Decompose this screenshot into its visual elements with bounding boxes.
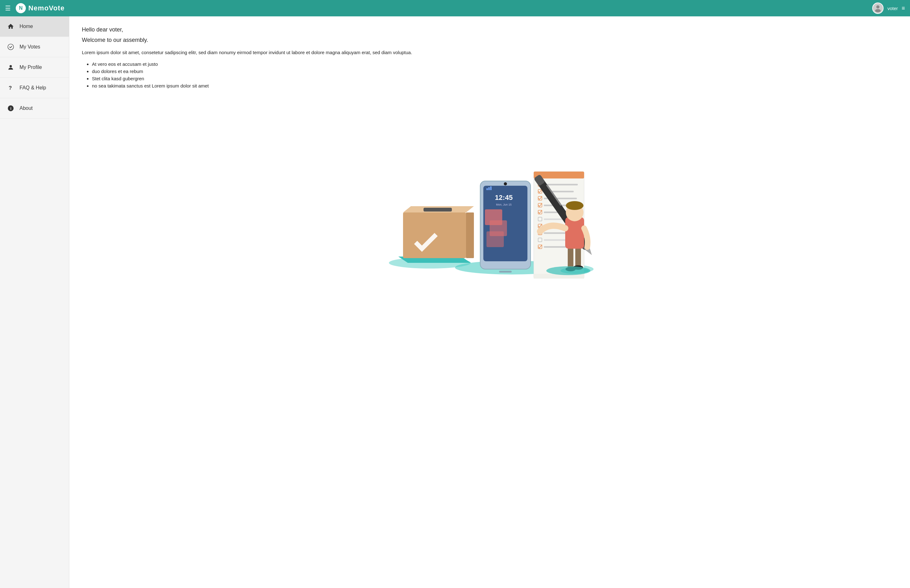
svg-rect-21 [487, 188, 488, 190]
svg-point-64 [566, 201, 583, 210]
lorem-text: Lorem ipsum dolor sit amet, consetetur s… [82, 49, 897, 57]
list-item: Stet clita kasd gubergren [92, 76, 897, 81]
sidebar-item-about[interactable]: i About [0, 98, 69, 119]
sidebar-label-my-votes: My Votes [19, 44, 40, 50]
logo-n-badge: N [16, 3, 26, 13]
main-illustration: 12:45 Mon, Jun 15 [380, 96, 600, 279]
avatar [872, 3, 884, 14]
svg-point-0 [876, 5, 879, 8]
logo-text: NemoVote [28, 4, 65, 12]
person-icon [7, 64, 15, 71]
top-navigation: ☰ N NemoVote voter ≡ [0, 0, 910, 16]
svg-text:?: ? [9, 85, 12, 90]
bullet-list: At vero eos et accusam et justo duo dolo… [82, 61, 897, 89]
hamburger-icon[interactable]: ☰ [5, 5, 11, 12]
sidebar-label-home: Home [19, 24, 33, 29]
sidebar: Home My Votes My Profile [0, 16, 69, 588]
svg-text:i: i [10, 107, 11, 111]
list-item: no sea takimata sanctus est Lorem ipsum … [92, 83, 897, 89]
sidebar-item-home[interactable]: Home [0, 16, 69, 37]
topnav-right: voter ≡ [872, 3, 905, 14]
question-icon: ? [7, 84, 15, 92]
ballot-icon [7, 43, 15, 51]
welcome-text: Welcome to our assembly. [82, 37, 897, 44]
sidebar-label-about: About [19, 105, 33, 111]
svg-point-18 [504, 182, 507, 186]
svg-text:Mon, Jun 15: Mon, Jun 15 [496, 203, 512, 206]
sidebar-item-faq-help[interactable]: ? FAQ & Help [0, 78, 69, 98]
svg-point-65 [546, 266, 590, 275]
layout: Home My Votes My Profile [0, 16, 910, 588]
svg-rect-26 [487, 231, 504, 247]
svg-rect-31 [544, 184, 578, 186]
svg-rect-22 [488, 187, 490, 190]
home-icon [7, 23, 15, 30]
svg-rect-58 [568, 247, 574, 269]
svg-point-3 [10, 65, 12, 67]
svg-rect-27 [499, 271, 512, 273]
svg-text:12:45: 12:45 [495, 194, 512, 202]
sidebar-label-faq-help: FAQ & Help [19, 85, 46, 90]
svg-rect-13 [423, 208, 452, 212]
sidebar-label-my-profile: My Profile [19, 65, 42, 70]
topnav-left: ☰ N NemoVote [5, 3, 65, 13]
topnav-menu-icon[interactable]: ≡ [902, 5, 905, 12]
logo-container: N NemoVote [16, 3, 65, 13]
svg-rect-23 [490, 186, 491, 190]
sidebar-item-my-votes[interactable]: My Votes [0, 37, 69, 57]
info-icon: i [7, 105, 15, 112]
list-item: duo dolores et ea rebum [92, 69, 897, 74]
svg-rect-14 [466, 212, 474, 258]
svg-point-2 [8, 44, 13, 50]
user-name-label: voter [887, 6, 898, 11]
list-item: At vero eos et accusam et justo [92, 61, 897, 67]
svg-rect-59 [575, 247, 581, 268]
greeting-text: Hello dear voter, [82, 26, 897, 33]
svg-point-1 [875, 9, 881, 12]
sidebar-item-my-profile[interactable]: My Profile [0, 57, 69, 78]
svg-rect-62 [565, 217, 584, 249]
main-content: Hello dear voter, Welcome to our assembl… [69, 16, 910, 588]
illustration-container: 12:45 Mon, Jun 15 [82, 96, 897, 279]
